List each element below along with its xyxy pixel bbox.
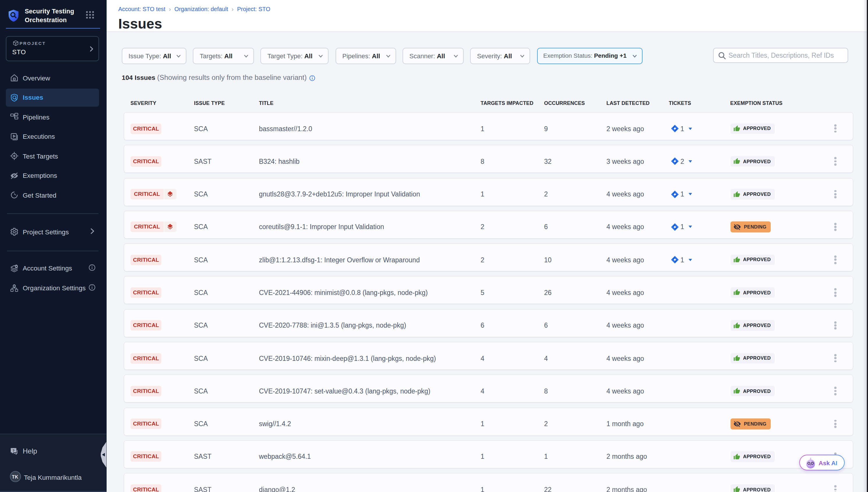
svg-text:?: ? bbox=[12, 448, 14, 452]
